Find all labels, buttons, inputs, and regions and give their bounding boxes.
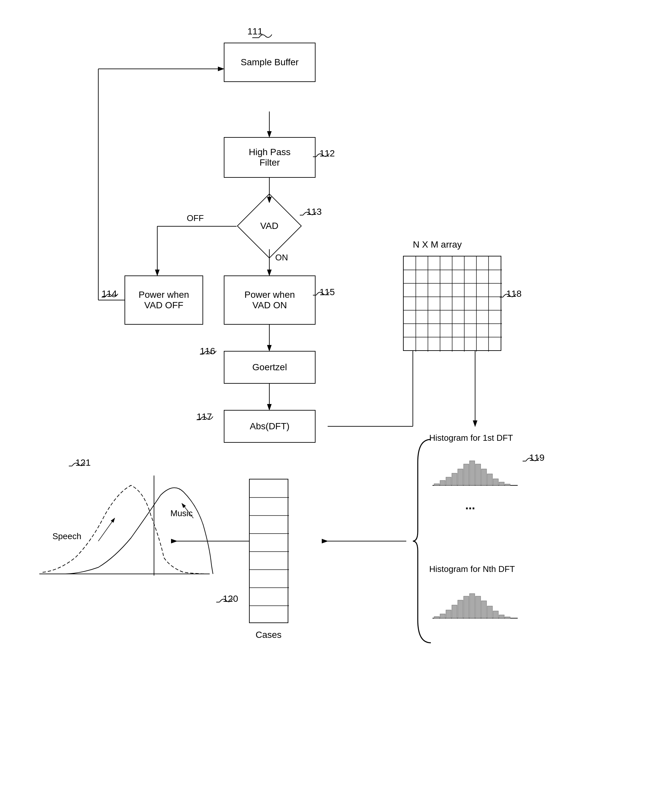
- svg-rect-51: [505, 484, 510, 486]
- squiggle-119: [523, 455, 542, 463]
- nxm-array-label: N X M array: [413, 239, 461, 250]
- speech-label: Speech: [52, 531, 81, 541]
- squiggle-120: [216, 596, 236, 604]
- sample-buffer-box: Sample Buffer: [224, 43, 316, 82]
- brace-svg: [411, 436, 437, 646]
- svg-line-77: [98, 518, 115, 541]
- svg-rect-47: [481, 469, 487, 486]
- nxm-array-grid: [403, 256, 501, 351]
- svg-rect-40: [440, 480, 445, 486]
- speech-music-svg: [33, 466, 216, 590]
- cases-stack: [249, 479, 288, 623]
- svg-rect-65: [499, 615, 504, 618]
- histogram-nth-svg: [429, 577, 521, 623]
- svg-rect-63: [487, 606, 492, 618]
- svg-rect-62: [481, 601, 487, 618]
- svg-rect-61: [475, 596, 481, 618]
- squiggle-116: [200, 348, 220, 356]
- squiggle-112: [313, 150, 333, 158]
- svg-rect-55: [440, 614, 445, 618]
- svg-rect-58: [458, 600, 463, 618]
- diagram-container: 111 Sample Buffer High Pass Filter 112 V…: [0, 0, 654, 812]
- histogram-nth-label: Histogram for Nth DFT: [429, 564, 515, 574]
- goertzel-box: Goertzel: [224, 351, 316, 384]
- svg-rect-64: [493, 611, 498, 618]
- flowchart-arrows: [0, 0, 654, 812]
- squiggle-117: [197, 413, 216, 421]
- squiggle-115: [313, 289, 333, 297]
- svg-rect-57: [452, 605, 457, 618]
- squiggle-114: [102, 291, 121, 299]
- grid-svg: [404, 256, 502, 352]
- off-label: OFF: [187, 213, 204, 223]
- power-vad-off-box: Power when VAD OFF: [125, 276, 203, 325]
- svg-rect-50: [499, 482, 504, 486]
- svg-rect-43: [458, 469, 463, 486]
- svg-rect-44: [464, 464, 469, 486]
- vad-diamond: VAD: [237, 203, 302, 249]
- on-label: ON: [275, 253, 288, 263]
- svg-rect-49: [493, 479, 498, 486]
- svg-rect-42: [452, 473, 457, 486]
- high-pass-filter-box: High Pass Filter: [224, 137, 316, 178]
- speech-music-chart: Speech Music: [33, 466, 216, 604]
- svg-rect-59: [464, 596, 469, 618]
- curly-brace: [411, 436, 437, 671]
- svg-rect-60: [469, 594, 475, 618]
- svg-rect-41: [446, 477, 451, 486]
- histogram-1st-label: Histogram for 1st DFT: [429, 433, 513, 443]
- svg-rect-46: [475, 464, 481, 486]
- squiggle-113: [300, 208, 319, 217]
- squiggle-121: [69, 460, 89, 468]
- power-vad-on-box: Power when VAD ON: [224, 276, 316, 325]
- histogram-nth-chart: [429, 577, 521, 623]
- svg-rect-56: [446, 610, 451, 618]
- histogram-1st-chart: [429, 444, 521, 490]
- cases-svg: [250, 480, 289, 624]
- squiggle-118: [500, 291, 520, 299]
- svg-rect-48: [487, 474, 492, 486]
- svg-rect-45: [469, 461, 475, 486]
- svg-rect-66: [505, 617, 510, 618]
- squiggle-111: [246, 29, 272, 39]
- histogram-1st-svg: [429, 444, 521, 490]
- music-label: Music: [170, 508, 193, 518]
- abs-dft-box: Abs(DFT): [224, 410, 316, 443]
- dots-separator: ...: [465, 498, 475, 512]
- cases-label: Cases: [255, 630, 281, 640]
